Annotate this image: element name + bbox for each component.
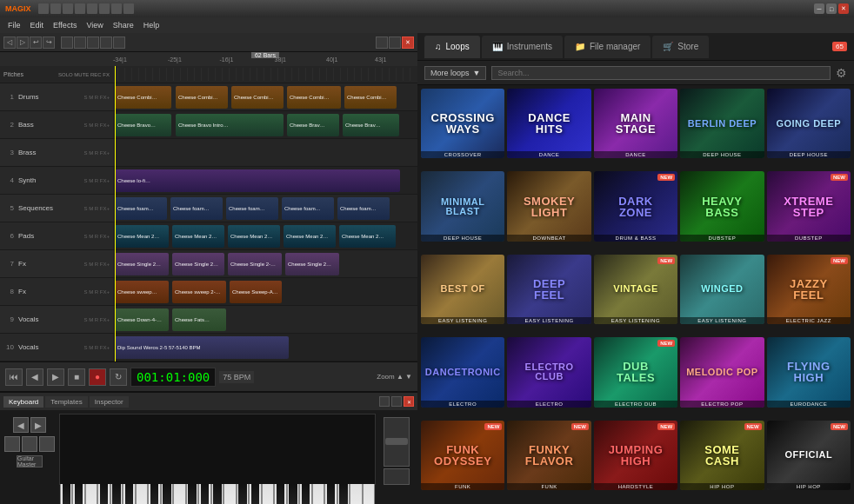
white-key-4[interactable]: [110, 484, 123, 504]
toolbar-btn-4[interactable]: [100, 36, 112, 49]
menu-effects[interactable]: Effects: [49, 20, 81, 30]
toolbar-right-1[interactable]: [376, 36, 388, 49]
white-key-8[interactable]: [161, 484, 173, 504]
white-key-19[interactable]: [299, 484, 311, 504]
pitch-wheel[interactable]: [384, 417, 410, 467]
loop-card-24[interactable]: NEW OFFICIAL HIP HOP: [767, 421, 851, 490]
tab-inspector[interactable]: Inspector: [90, 396, 129, 408]
loop-card-10[interactable]: BEST OF EASY LISTENING: [421, 255, 504, 324]
loop-card-5[interactable]: minimal blast DEEP HOUSE: [421, 171, 504, 241]
loop-card-9[interactable]: NEW xtremestep DUBSTEP: [767, 171, 851, 241]
loop-card-13[interactable]: WINGED EASY LISTENING: [680, 255, 764, 324]
kb-ctrl-1[interactable]: ◀: [13, 417, 29, 433]
stop-button[interactable]: ■: [68, 368, 85, 386]
kb-btn-1[interactable]: [379, 396, 390, 407]
close-button[interactable]: ✕: [838, 3, 849, 14]
white-key-15[interactable]: [249, 484, 261, 504]
clip-4-1[interactable]: Cheese lo-fi…: [115, 169, 400, 192]
clip-6-3[interactable]: Cheese Mean 2…: [228, 225, 280, 248]
loop-card-3[interactable]: Berlin Deep DEEP HOUSE: [680, 89, 764, 158]
loop-card-4[interactable]: going deep DEEP HOUSE: [767, 89, 851, 158]
white-key-20[interactable]: [312, 484, 324, 504]
clip-2-3[interactable]: Cheese Brav…: [287, 114, 339, 136]
clip-2-1[interactable]: Cheese Bravo…: [115, 114, 171, 136]
clip-2-4[interactable]: Cheese Brav…: [343, 114, 399, 136]
kb-ctrl-4[interactable]: [22, 436, 37, 452]
kb-ctrl-5[interactable]: [39, 436, 55, 452]
clip-1-2[interactable]: Cheese Combi…: [176, 86, 228, 109]
clip-6-5[interactable]: Cheese Mean 2…: [339, 225, 396, 248]
loop-card-20[interactable]: NEW FUNKODYSSEY FUNK: [421, 421, 504, 490]
toolbar-btn-1[interactable]: [61, 36, 73, 49]
white-key-1[interactable]: [72, 484, 84, 504]
kb-ctrl-3[interactable]: [4, 436, 20, 452]
clip-9-1[interactable]: Cheese Down-4-MKP…: [115, 308, 169, 331]
clip-5-4[interactable]: Cheese foam…: [282, 197, 334, 220]
white-key-21[interactable]: [324, 484, 337, 504]
white-key-9[interactable]: [173, 484, 185, 504]
loop-card-7[interactable]: NEW DARKZONE DRUM & BASS: [594, 171, 677, 241]
white-key-6[interactable]: [136, 484, 148, 504]
loops-dropdown[interactable]: More loops ▼: [424, 66, 486, 80]
loop-card-8[interactable]: heavybass DUBSTEP: [680, 171, 764, 241]
white-key-11[interactable]: [198, 484, 210, 504]
clip-5-2[interactable]: Cheese foam…: [170, 197, 223, 220]
loop-card-22[interactable]: NEW JUMPINGHIGH HARDSTYLE: [594, 421, 677, 490]
tab-loops[interactable]: ♫ Loops: [424, 36, 480, 58]
clip-2-2[interactable]: Cheese Bravo Intro…: [176, 114, 284, 136]
menu-share[interactable]: Share: [109, 20, 138, 30]
piano-keyboard[interactable]: // Generate white keys dynamically .wk {…: [59, 414, 376, 485]
clip-1-5[interactable]: Cheese Combi…: [344, 86, 397, 109]
clip-6-4[interactable]: Cheese Mean 2…: [284, 225, 336, 248]
loop-card-15[interactable]: DANCETRONIC ELECTRO: [421, 337, 504, 407]
loop-card-14[interactable]: NEW JAZZYFeel ELECTRIC JAZZ: [767, 255, 851, 324]
loop-card-17[interactable]: NEW DUBTALES ELECTRO DUB: [594, 337, 677, 407]
clip-7-1[interactable]: Cheese Single 2…: [115, 253, 169, 275]
loop-card-12[interactable]: NEW VINTAGE EASY LISTENING: [594, 255, 677, 324]
loop-card-19[interactable]: FLYINGHIGH EURODANCE: [767, 337, 851, 407]
tab-keyboard[interactable]: Keyboard: [3, 396, 43, 408]
white-key-13[interactable]: [224, 484, 236, 504]
white-key-18[interactable]: [287, 484, 299, 504]
back-button[interactable]: ◀: [26, 368, 43, 386]
loop-card-23[interactable]: NEW SOMECASH HIP HOP: [680, 421, 764, 490]
toolbar-btn-2[interactable]: [74, 36, 86, 49]
menu-edit[interactable]: Edit: [26, 20, 49, 30]
minimize-button[interactable]: ─: [814, 3, 824, 14]
tab-file-manager[interactable]: 📁 File manager: [564, 36, 651, 58]
clip-9-2[interactable]: Cheese Fats…: [172, 308, 226, 331]
rewind-button[interactable]: ⏮: [5, 368, 23, 386]
clip-8-3[interactable]: Cheese Sweep-After 4l…: [230, 281, 282, 303]
clip-6-1[interactable]: Cheese Mean 2…: [115, 225, 169, 248]
white-key-0[interactable]: [60, 484, 72, 504]
white-key-10[interactable]: [186, 484, 198, 504]
settings-gear-icon[interactable]: ⚙: [836, 66, 847, 80]
toolbar-btn-3[interactable]: [87, 36, 99, 49]
clip-8-1[interactable]: Cheese sweep…: [115, 281, 169, 303]
white-key-14[interactable]: [237, 484, 249, 504]
tab-store[interactable]: 🛒 Store: [652, 36, 709, 58]
clip-1-1[interactable]: Cheese Combi…: [115, 86, 171, 109]
toolbar-icon-4[interactable]: ↪: [43, 36, 55, 49]
toolbar-icon-3[interactable]: ↩: [30, 36, 42, 49]
clip-8-2[interactable]: Cheese sweep 2-HOP…: [172, 281, 226, 303]
clip-5-1[interactable]: Cheese foam…: [115, 197, 167, 220]
maximize-button[interactable]: □: [826, 3, 837, 14]
clip-10-1[interactable]: Dip Sound Weros 2-5 57-5140 BPM: [115, 336, 289, 359]
clip-6-2[interactable]: Cheese Mean 2…: [172, 225, 224, 248]
clip-1-3[interactable]: Cheese Combi…: [231, 86, 284, 109]
clip-7-3[interactable]: Cheese Single 2-HOP…: [228, 253, 282, 275]
tab-templates[interactable]: Templates: [45, 396, 87, 408]
white-key-24[interactable]: [363, 484, 375, 504]
toolbar-right-2[interactable]: [389, 36, 401, 49]
menu-file[interactable]: File: [3, 20, 25, 30]
record-button[interactable]: ●: [89, 368, 106, 386]
loop-card-0[interactable]: CROSSINGWAYS CROSSOVER: [421, 89, 504, 158]
toolbar-close[interactable]: ✕: [402, 36, 414, 49]
clip-5-3[interactable]: Cheese foam…: [226, 197, 278, 220]
toolbar-icon-1[interactable]: ◁: [3, 36, 16, 49]
store-search-input[interactable]: [491, 66, 831, 80]
clip-5-5[interactable]: Cheese foam…: [337, 197, 390, 220]
kb-ctrl-6[interactable]: Guitar Master: [17, 455, 43, 468]
loop-card-16[interactable]: ELECTRO CLUB ELECTRO: [507, 337, 590, 407]
